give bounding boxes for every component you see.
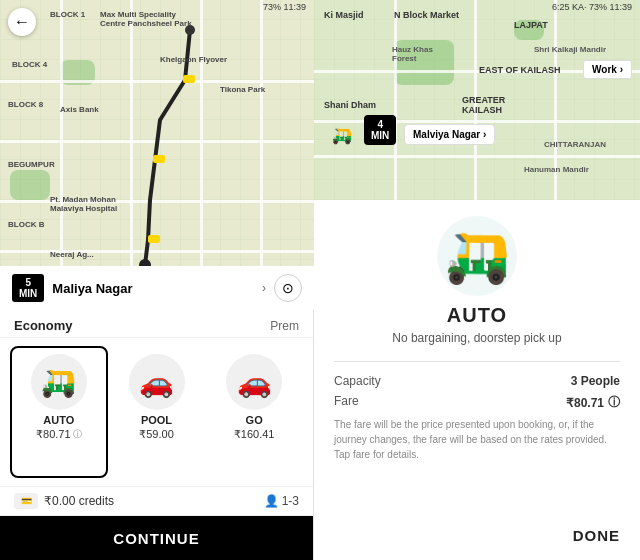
back-button[interactable]: ← bbox=[8, 8, 36, 36]
ride-option-pool[interactable]: 🚗 POOL ₹59.00 bbox=[108, 346, 206, 478]
map-bottom-bar: 5MIN Maliya Nagar › ⊙ bbox=[0, 266, 314, 310]
economy-bar: Economy Prem bbox=[0, 310, 313, 338]
vehicle-title: AUTO bbox=[447, 304, 507, 327]
svg-rect-2 bbox=[148, 235, 160, 243]
capacity-label: Capacity bbox=[334, 374, 381, 388]
continue-button[interactable]: CONTINUE bbox=[0, 516, 313, 560]
auto-info-icon: ⓘ bbox=[73, 428, 82, 441]
capacity-val: 3 People bbox=[571, 374, 620, 388]
map-label-chittaranjan: CHITTARANJAN bbox=[544, 140, 606, 149]
map-label-blockB: BLOCK B bbox=[8, 220, 44, 229]
fare-info: Capacity 3 People Fare ₹80.71 ⓘ The fare… bbox=[334, 361, 620, 462]
svg-rect-0 bbox=[183, 75, 195, 83]
left-panel: BLOCK 1 BLOCK 4 BLOCK 8 BEGUMPUR BLOCK B… bbox=[0, 0, 314, 560]
auto-on-map: 🛺 bbox=[332, 126, 352, 145]
map-label-max: Max Multi SpecialityCentre Panchsheel Pa… bbox=[100, 10, 192, 28]
prem-label: Prem bbox=[270, 319, 299, 333]
economy-label: Economy bbox=[14, 318, 73, 333]
ride-option-auto[interactable]: 🛺 AUTO ₹80.71 ⓘ bbox=[10, 346, 108, 478]
back-icon: ← bbox=[14, 13, 30, 31]
map-label-block1: BLOCK 1 bbox=[50, 10, 85, 19]
eta-badge: 5MIN bbox=[12, 274, 44, 302]
credits-left[interactable]: 💳 ₹0.00 credits bbox=[14, 493, 114, 509]
left-status-bar: 73% 11:39 bbox=[263, 2, 306, 12]
go-price: ₹160.41 bbox=[234, 428, 275, 441]
credits-bar: 💳 ₹0.00 credits 👤 1-3 bbox=[0, 486, 313, 516]
map-label-block8: BLOCK 8 bbox=[8, 100, 43, 109]
done-button[interactable]: DONE bbox=[573, 527, 620, 544]
auto-name: AUTO bbox=[43, 414, 74, 426]
right-status-bar: 6:25 KA· 73% 11:39 bbox=[552, 2, 632, 12]
map-label-tikona: Tikona Park bbox=[220, 85, 265, 94]
pool-emoji: 🚗 bbox=[139, 366, 174, 399]
map-label-hanuman: Hanuman Mandir bbox=[524, 165, 589, 174]
fare-info-icon[interactable]: ⓘ bbox=[608, 394, 620, 411]
go-name: GO bbox=[246, 414, 263, 426]
map-label-hauz: Hauz KhasForest bbox=[392, 45, 433, 63]
right-panel: Ki Masjid N Block Market Hauz KhasForest… bbox=[314, 0, 640, 560]
map-label-neeraj: Neeraj Ag... bbox=[50, 250, 94, 259]
credits-label: ₹0.00 credits bbox=[44, 494, 114, 508]
map-label-lajpat: LAJPAT bbox=[514, 20, 548, 30]
map-label-begumpur: BEGUMPUR bbox=[8, 160, 55, 169]
destination-label: Maliya Nagar bbox=[52, 281, 254, 296]
auto-price: ₹80.71 ⓘ bbox=[36, 428, 82, 441]
svg-rect-1 bbox=[153, 155, 165, 163]
credit-card-icon: 💳 bbox=[14, 493, 38, 509]
person-icon: 👤 bbox=[264, 494, 279, 508]
go-emoji: 🚗 bbox=[237, 366, 272, 399]
auto-icon-circle: 🛺 bbox=[31, 354, 87, 410]
vehicle-subtitle: No bargaining, doorstep pick up bbox=[392, 331, 561, 345]
map-label-nblock: N Block Market bbox=[394, 10, 459, 20]
done-button-container: DONE bbox=[314, 515, 640, 560]
right-map: Ki Masjid N Block Market Hauz KhasForest… bbox=[314, 0, 640, 200]
go-icon-circle: 🚗 bbox=[226, 354, 282, 410]
map-label-eok: EAST OF KAILASH bbox=[479, 65, 561, 75]
pool-name: POOL bbox=[141, 414, 172, 426]
map-label-block4: BLOCK 4 bbox=[12, 60, 47, 69]
left-map: BLOCK 1 BLOCK 4 BLOCK 8 BEGUMPUR BLOCK B… bbox=[0, 0, 314, 310]
right-dest-pill: Malviya Nagar › bbox=[404, 124, 495, 145]
map-label-hospital: Pt. Madan MohanMalaviya Hospital bbox=[50, 195, 117, 213]
capacity-row: Capacity 3 People bbox=[334, 374, 620, 388]
ride-option-go[interactable]: 🚗 GO ₹160.41 bbox=[205, 346, 303, 478]
fare-val: ₹80.71 ⓘ bbox=[566, 394, 620, 411]
right-eta-badge: 4MIN bbox=[364, 115, 396, 145]
fare-note: The fare will be the price presented upo… bbox=[334, 417, 620, 462]
dest-arrow: › bbox=[262, 281, 266, 295]
fare-label: Fare bbox=[334, 394, 359, 411]
pool-price: ₹59.00 bbox=[139, 428, 174, 441]
map-label-greater: GREATERKAILASH bbox=[462, 95, 505, 115]
pax-label: 👤 1-3 bbox=[264, 494, 299, 508]
ride-options: 🛺 AUTO ₹80.71 ⓘ 🚗 POOL ₹59.00 🚗 GO ₹160.… bbox=[0, 338, 313, 486]
auto-big-icon: 🛺 bbox=[437, 216, 517, 296]
map-label-kalkaji: Shri Kalkaji Mandir bbox=[534, 45, 606, 54]
work-tag[interactable]: Work › bbox=[583, 60, 632, 79]
detail-section: 🛺 AUTO No bargaining, doorstep pick up C… bbox=[314, 200, 640, 515]
map-label-axisbank: Axis Bank bbox=[60, 105, 99, 114]
map-label-khelgaon: Khelgaon Flyover bbox=[160, 55, 227, 64]
auto-emoji: 🛺 bbox=[41, 366, 76, 399]
pool-icon-circle: 🚗 bbox=[129, 354, 185, 410]
map-label-shani: Shani Dham bbox=[324, 100, 376, 110]
locate-button[interactable]: ⊙ bbox=[274, 274, 302, 302]
map-label-kimasjid: Ki Masjid bbox=[324, 10, 364, 20]
fare-row: Fare ₹80.71 ⓘ bbox=[334, 394, 620, 411]
